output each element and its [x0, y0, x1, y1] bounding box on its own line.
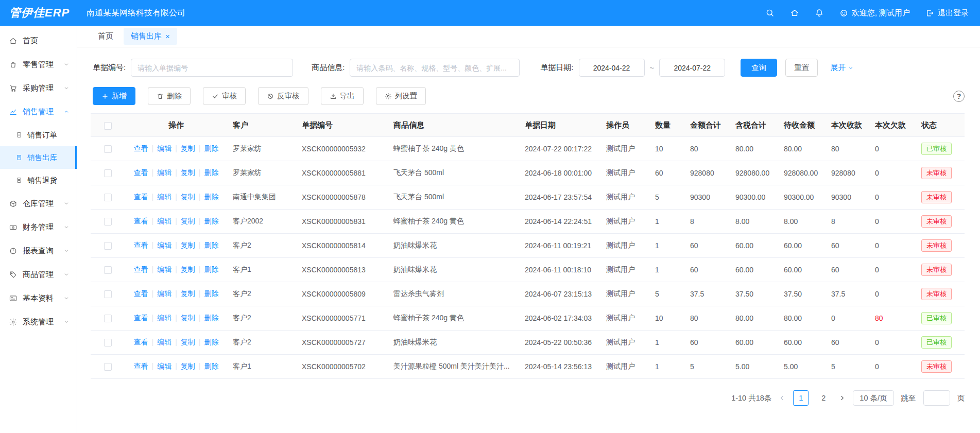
page-size-select[interactable]: 10 条/页 — [853, 390, 893, 406]
cell-received: 8 — [826, 210, 870, 234]
row-op-edit[interactable]: 编辑 — [157, 168, 171, 177]
cell-owed: 0 — [870, 355, 916, 379]
row-op-delete[interactable]: 删除 — [204, 338, 218, 346]
close-icon[interactable]: × — [165, 32, 170, 40]
row-checkbox[interactable] — [104, 145, 112, 153]
row-op-edit[interactable]: 编辑 — [157, 241, 171, 249]
row-op-view[interactable]: 查看 — [134, 144, 148, 152]
row-op-delete[interactable]: 删除 — [204, 314, 218, 322]
row-op-view[interactable]: 查看 — [134, 193, 148, 201]
row-checkbox[interactable] — [104, 218, 112, 226]
row-op-delete[interactable]: 删除 — [204, 217, 218, 225]
row-op-delete[interactable]: 删除 — [204, 241, 218, 249]
sidebar-item-finance[interactable]: 财务管理 — [0, 215, 77, 239]
sidebar-item-purchase[interactable]: 采购管理 — [0, 76, 77, 100]
delete-button[interactable]: 删除 — [148, 87, 191, 105]
cell-operator: 测试用户 — [601, 161, 650, 185]
row-op-copy[interactable]: 复制 — [181, 193, 195, 201]
row-op-edit[interactable]: 编辑 — [157, 314, 171, 322]
sidebar-item-system[interactable]: 系统管理 — [0, 310, 77, 334]
row-op-copy[interactable]: 复制 — [181, 144, 195, 152]
help-icon[interactable]: ? — [953, 91, 965, 102]
row-op-edit[interactable]: 编辑 — [157, 362, 171, 370]
row-op-copy[interactable]: 复制 — [181, 265, 195, 273]
search-icon[interactable] — [765, 8, 775, 18]
row-op-edit[interactable]: 编辑 — [157, 193, 171, 201]
row-op-edit[interactable]: 编辑 — [157, 144, 171, 152]
row-op-copy[interactable]: 复制 — [181, 338, 195, 346]
welcome-user[interactable]: 欢迎您, 测试用户 — [839, 8, 910, 18]
select-all-checkbox[interactable] — [104, 122, 112, 130]
row-op-edit[interactable]: 编辑 — [157, 217, 171, 225]
row-op-copy[interactable]: 复制 — [181, 362, 195, 370]
row-op-copy[interactable]: 复制 — [181, 241, 195, 249]
date-from-input[interactable] — [579, 59, 645, 77]
sidebar-subitem-sales-return[interactable]: 销售退货 — [0, 169, 77, 192]
row-op-copy[interactable]: 复制 — [181, 168, 195, 177]
row-op-edit[interactable]: 编辑 — [157, 289, 171, 298]
search-button[interactable]: 查询 — [741, 59, 777, 77]
row-op-view[interactable]: 查看 — [134, 338, 148, 346]
row-checkbox[interactable] — [104, 242, 112, 250]
row-op-view[interactable]: 查看 — [134, 217, 148, 225]
row-op-view[interactable]: 查看 — [134, 265, 148, 273]
row-checkbox[interactable] — [104, 194, 112, 201]
sidebar-subitem-sales-order[interactable]: 销售订单 — [0, 124, 77, 146]
chevron-right-icon[interactable] — [838, 394, 846, 402]
cell-operator: 测试用户 — [601, 234, 650, 258]
sidebar-item-warehouse[interactable]: 仓库管理 — [0, 192, 77, 215]
row-op-delete[interactable]: 删除 — [204, 193, 218, 201]
row-op-delete[interactable]: 删除 — [204, 362, 218, 370]
home-icon[interactable] — [790, 8, 799, 18]
row-op-view[interactable]: 查看 — [134, 168, 148, 177]
sidebar-item-home[interactable]: 首页 — [0, 29, 77, 53]
row-op-delete[interactable]: 删除 — [204, 168, 218, 177]
row-checkbox[interactable] — [104, 290, 112, 298]
page-button-2[interactable]: 2 — [816, 390, 831, 406]
row-op-view[interactable]: 查看 — [134, 362, 148, 370]
row-checkbox[interactable] — [104, 169, 112, 177]
sidebar-item-reports[interactable]: 报表查询 — [0, 239, 77, 263]
row-op-delete[interactable]: 删除 — [204, 289, 218, 298]
product-info-input[interactable] — [350, 59, 520, 77]
row-op-view[interactable]: 查看 — [134, 289, 148, 298]
cell-date: 2024-06-02 17:34:03 — [520, 306, 601, 331]
sidebar-item-retail[interactable]: 零售管理 — [0, 53, 77, 76]
chevron-left-icon[interactable] — [779, 394, 786, 402]
row-op-edit[interactable]: 编辑 — [157, 265, 171, 273]
logout-button[interactable]: 退出登录 — [925, 8, 969, 18]
sidebar-subitem-sales-outbound[interactable]: 销售出库 — [0, 146, 77, 169]
row-op-copy[interactable]: 复制 — [181, 314, 195, 322]
unaudit-button[interactable]: 反审核 — [258, 87, 308, 105]
reset-button[interactable]: 重置 — [785, 59, 818, 77]
date-to-input[interactable] — [659, 59, 725, 77]
cell-owed: 80 — [870, 306, 916, 331]
column-settings-button[interactable]: 列设置 — [376, 87, 426, 105]
row-checkbox[interactable] — [104, 266, 112, 274]
row-checkbox[interactable] — [104, 339, 112, 347]
row-op-copy[interactable]: 复制 — [181, 289, 195, 298]
row-op-view[interactable]: 查看 — [134, 314, 148, 322]
bell-icon[interactable] — [815, 8, 824, 18]
export-button[interactable]: 导出 — [321, 87, 364, 105]
page-button-1[interactable]: 1 — [793, 390, 809, 406]
sidebar-item-sales[interactable]: 销售管理 — [0, 100, 77, 124]
tab-home[interactable]: 首页 — [91, 28, 121, 45]
sidebar-item-products[interactable]: 商品管理 — [0, 263, 77, 286]
tab-sales-outbound[interactable]: 销售出库 × — [124, 28, 177, 45]
cell-status: 已审核 — [916, 137, 965, 161]
op-separator: | — [175, 289, 177, 298]
row-checkbox[interactable] — [104, 363, 112, 371]
row-op-view[interactable]: 查看 — [134, 241, 148, 249]
doc-no-input[interactable] — [131, 59, 293, 77]
sidebar-item-basic-data[interactable]: 基本资料 — [0, 286, 77, 310]
row-op-edit[interactable]: 编辑 — [157, 338, 171, 346]
jump-page-input[interactable] — [923, 390, 950, 406]
add-button[interactable]: 新增 — [93, 87, 135, 105]
expand-link[interactable]: 展开 — [830, 63, 854, 73]
audit-button[interactable]: 审核 — [203, 87, 246, 105]
row-checkbox[interactable] — [104, 315, 112, 322]
row-op-delete[interactable]: 删除 — [204, 265, 218, 273]
row-op-copy[interactable]: 复制 — [181, 217, 195, 225]
row-op-delete[interactable]: 删除 — [204, 144, 218, 152]
